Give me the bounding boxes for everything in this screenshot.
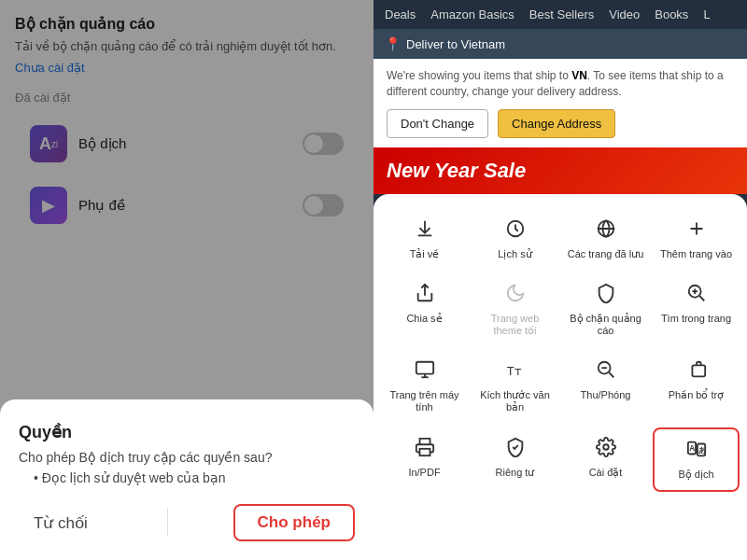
sale-text: New Year Sale bbox=[387, 159, 526, 183]
dialog-description: Cho phép Bộ dịch truy cập các quyền sau? bbox=[19, 450, 355, 465]
dialog-bullet: • Đọc lịch sử duyệt web của bạn bbox=[19, 470, 355, 485]
menu-item-adblock[interactable]: Bộ chặn quảng cáo bbox=[562, 273, 649, 346]
menu-grid: Tải vềLịch sửCác trang đã lưuThêm trang … bbox=[381, 209, 740, 492]
menu-label-print: In/PDF bbox=[408, 467, 440, 479]
change-address-button[interactable]: Change Address bbox=[498, 109, 615, 138]
menu-icon-share bbox=[415, 283, 435, 307]
dialog-buttons: Từ chối Cho phép bbox=[19, 504, 355, 541]
menu-label-addpage: Thêm trang vào bbox=[660, 248, 732, 260]
allow-button[interactable]: Cho phép bbox=[233, 504, 355, 541]
menu-label-desktop: Trang trên máy tính bbox=[385, 389, 464, 413]
menu-icon-private bbox=[505, 437, 526, 461]
menu-icon-history bbox=[505, 218, 526, 243]
svg-text:Tᴛ: Tᴛ bbox=[506, 364, 521, 378]
svg-line-15 bbox=[609, 372, 613, 377]
svg-point-18 bbox=[603, 444, 609, 450]
menu-icon-settings bbox=[596, 437, 616, 461]
menu-label-adblock: Bộ chặn quảng cáo bbox=[566, 313, 645, 337]
menu-label-download: Tải về bbox=[410, 248, 440, 260]
menu-item-saved[interactable]: Các trang đã lưu bbox=[562, 209, 649, 270]
menu-item-private[interactable]: Riêng tư bbox=[472, 427, 558, 492]
button-divider bbox=[167, 509, 168, 537]
notification-text: We're showing you items that ship to VN.… bbox=[387, 68, 734, 100]
location-icon: 📍 bbox=[385, 36, 401, 51]
menu-label-darktheme: Trang web theme tối bbox=[475, 313, 555, 337]
menu-label-textsize: Kích thước văn bản bbox=[475, 389, 555, 413]
menu-label-translate: Bộ dịch bbox=[678, 469, 713, 481]
nav-video[interactable]: Video bbox=[609, 7, 640, 21]
menu-label-share: Chia sẻ bbox=[406, 313, 442, 325]
location-text: Deliver to Vietnam bbox=[406, 37, 505, 51]
svg-text:あ: あ bbox=[698, 445, 706, 454]
reject-button[interactable]: Từ chối bbox=[19, 506, 103, 540]
right-panel: Deals Amazon Basics Best Sellers Video B… bbox=[374, 0, 747, 560]
menu-label-addons: Phần bổ trợ bbox=[669, 389, 725, 401]
notification-bar: We're showing you items that ship to VN.… bbox=[374, 59, 747, 147]
menu-item-zoom[interactable]: Thu/Phóng bbox=[562, 350, 649, 423]
menu-icon-desktop bbox=[415, 359, 435, 384]
menu-item-translate[interactable]: AあBộ dịch bbox=[653, 427, 740, 492]
menu-label-saved: Các trang đã lưu bbox=[568, 248, 644, 260]
menu-icon-zoom bbox=[596, 359, 616, 384]
menu-item-settings[interactable]: Cài đặt bbox=[562, 427, 649, 492]
nav-deals[interactable]: Deals bbox=[385, 7, 416, 21]
amazon-nav-items: Deals Amazon Basics Best Sellers Video B… bbox=[385, 7, 736, 21]
menu-icon-findinpage bbox=[686, 283, 707, 307]
menu-item-download[interactable]: Tải về bbox=[381, 209, 468, 270]
dialog-box: Quyền Cho phép Bộ dịch truy cập các quyề… bbox=[0, 399, 374, 560]
notification-buttons: Don't Change Change Address bbox=[387, 109, 734, 138]
menu-icon-textsize: Tᴛ bbox=[505, 359, 526, 384]
nav-more[interactable]: L bbox=[703, 7, 710, 21]
menu-item-darktheme[interactable]: Trang web theme tối bbox=[472, 273, 558, 346]
sale-banner: New Year Sale bbox=[374, 147, 747, 194]
menu-item-print[interactable]: In/PDF bbox=[381, 427, 468, 492]
amazon-nav-bar: Deals Amazon Basics Best Sellers Video B… bbox=[374, 0, 747, 29]
menu-item-findinpage[interactable]: Tìm trong trang bbox=[653, 273, 740, 346]
menu-item-desktop[interactable]: Trang trên máy tính bbox=[381, 350, 468, 423]
dialog-title: Quyền bbox=[19, 422, 355, 442]
menu-item-share[interactable]: Chia sẻ bbox=[381, 273, 468, 346]
menu-item-addons[interactable]: Phần bổ trợ bbox=[653, 350, 740, 423]
menu-icon-darktheme bbox=[505, 283, 526, 307]
menu-label-zoom: Thu/Phóng bbox=[581, 389, 631, 401]
svg-rect-17 bbox=[419, 448, 430, 455]
dont-change-button[interactable]: Don't Change bbox=[387, 109, 488, 138]
location-bar: 📍 Deliver to Vietnam bbox=[374, 29, 747, 59]
menu-icon-saved bbox=[596, 218, 616, 243]
menu-icon-addpage bbox=[686, 218, 707, 243]
svg-rect-10 bbox=[416, 362, 432, 374]
menu-icon-translate: Aあ bbox=[686, 439, 707, 463]
nav-books[interactable]: Books bbox=[655, 7, 688, 21]
menu-label-private: Riêng tư bbox=[496, 467, 535, 479]
menu-item-history[interactable]: Lịch sử bbox=[472, 209, 558, 270]
nav-amazon-basics[interactable]: Amazon Basics bbox=[430, 7, 514, 21]
nav-best-sellers[interactable]: Best Sellers bbox=[529, 7, 594, 21]
menu-icon-adblock bbox=[596, 283, 616, 307]
menu-label-findinpage: Tìm trong trang bbox=[661, 313, 731, 325]
menu-icon-print bbox=[415, 437, 435, 461]
menu-icon-download bbox=[415, 218, 435, 243]
dialog-overlay: Quyền Cho phép Bộ dịch truy cập các quyề… bbox=[0, 0, 374, 560]
menu-icon-addons bbox=[686, 359, 707, 384]
svg-line-7 bbox=[699, 296, 704, 301]
menu-item-textsize[interactable]: TᴛKích thước văn bản bbox=[472, 350, 558, 423]
menu-label-history: Lịch sử bbox=[498, 248, 531, 260]
menu-item-addpage[interactable]: Thêm trang vào bbox=[653, 209, 740, 270]
menu-grid-container: Tải vềLịch sửCác trang đã lưuThêm trang … bbox=[374, 194, 747, 560]
svg-text:A: A bbox=[689, 443, 695, 452]
left-panel: Bộ chặn quảng cáo Tải về bộ chặn quảng c… bbox=[0, 0, 374, 560]
menu-label-settings: Cài đặt bbox=[589, 467, 623, 479]
